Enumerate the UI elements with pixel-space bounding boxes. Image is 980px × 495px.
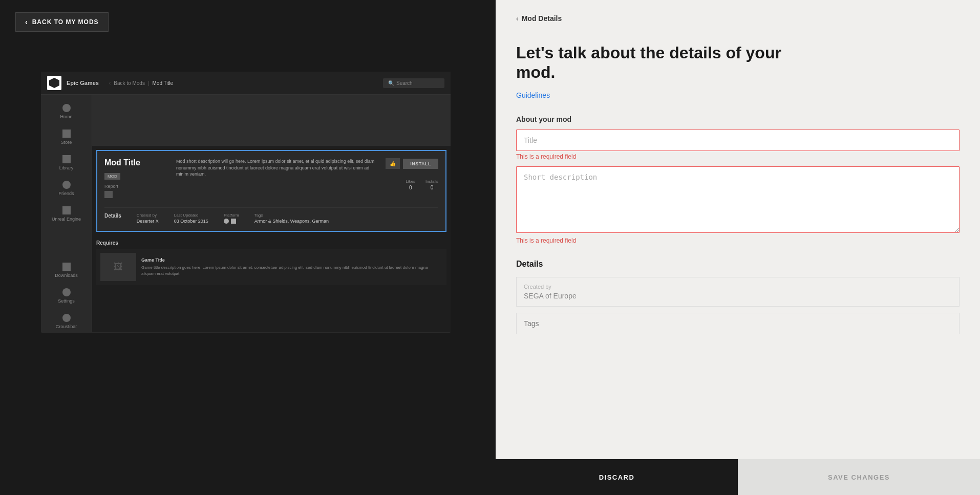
main-heading-line1: Let's talk about the details of your [516,44,781,62]
created-by-field-value: SEGA of Europe [524,292,952,300]
header-title: Mod Details [522,14,562,23]
guidelines-link[interactable]: Guidelines [516,91,550,99]
mod-stats: Likes 0 Installs 0 [406,179,438,190]
back-to-mods-button[interactable]: ‹ BACK TO MY MODS [15,12,109,32]
mod-details-label: Details [104,213,121,224]
requires-game-desc: Game title description goes here. Lorem … [141,265,442,276]
unreal-icon [62,206,71,214]
sidebar-item-downloads[interactable]: Downloads [41,257,92,283]
requires-thumbnail: 🖼 [100,253,136,281]
mod-actions: 👍 INSTALL [386,158,438,169]
short-desc-error-message: This is a required field [516,237,960,244]
about-section-label: About your mod [516,115,960,123]
downloads-icon [62,263,71,271]
title-input[interactable] [516,130,960,151]
breadcrumb-back: Back to Mods [114,80,145,86]
sidebar-item-home[interactable]: Home [41,99,92,124]
mod-description: Mod short description will go here. Lore… [176,158,380,178]
browser-main-content: Mod Title MOD Mod short description will… [92,95,451,332]
details-section-label: Details [516,260,960,269]
likes-stat: Likes 0 [406,179,415,190]
settings-icon [62,288,71,296]
breadcrumb-sep1: ‹ [109,80,111,86]
like-button[interactable]: 👍 [386,158,400,169]
search-placeholder: Search [396,80,413,86]
browser-nav: Epic Games ‹ Back to Mods | Mod Title 🔍 … [41,72,451,95]
browser-mockup: Epic Games ‹ Back to Mods | Mod Title 🔍 … [41,72,451,333]
header-chevron-icon: ‹ [516,14,519,23]
sidebar-downloads-label: Downloads [55,273,78,278]
save-changes-button[interactable]: SAVE CHANGES [738,459,980,495]
sidebar-item-library[interactable]: Library [41,150,92,176]
bottom-bar: DISCARD SAVE CHANGES [496,459,980,495]
last-updated-val: 03 October 2015 [174,219,208,224]
requires-section: Requires 🖼 Game Title Game title descrip… [92,236,451,289]
install-button[interactable]: INSTALL [403,159,438,169]
platform-icons [224,219,239,224]
windows-icon [231,219,236,224]
last-updated-key: Last Updated [174,213,208,218]
home-icon [62,104,71,112]
image-placeholder-icon: 🖼 [114,262,123,272]
left-panel: ‹ BACK TO MY MODS Epic Games ‹ Back to M… [0,0,496,495]
mod-title-section: Mod Title MOD [104,158,171,180]
friends-icon [62,181,71,189]
sidebar-friends-label: Friends [58,191,74,196]
right-content: Let's talk about the details of your mod… [496,23,980,495]
mac-icon [224,219,229,224]
sidebar-unreal-label: Unreal Engine [52,217,81,222]
requires-info: Game Title Game title description goes h… [141,257,442,276]
platform-key: Platform [224,213,239,218]
back-button-label: BACK TO MY MODS [32,18,99,26]
library-icon [62,155,71,163]
created-by-val: Deserter X [137,219,159,224]
platform-group: Platform [224,213,239,224]
mod-card-top: Mod Title MOD Mod short description will… [104,158,438,180]
mod-details-section: Details Created by Deserter X Last Updat… [104,207,438,224]
sidebar-item-settings[interactable]: Settings [41,283,92,309]
sidebar-settings-label: Settings [58,298,75,304]
discard-button[interactable]: DISCARD [496,459,738,495]
created-by-field-label: Created by [524,284,952,290]
browser-brand-label: Epic Games [67,80,99,86]
title-error-message: This is a required field [516,153,960,160]
mod-card: Mod Title MOD Mod short description will… [96,150,446,232]
tags-val: Armor & Shields, Weapons, German [254,219,329,224]
created-by-group: Created by Deserter X [137,213,159,224]
sidebar-item-friends[interactable]: Friends [41,176,92,201]
profile-icon [62,314,71,322]
sidebar-store-label: Store [61,140,72,145]
report-label: Report [104,184,438,189]
right-panel: ‹ Mod Details Let's talk about the detai… [496,0,980,495]
short-description-input[interactable] [516,166,960,233]
right-header: ‹ Mod Details [496,0,980,23]
browser-hero-image [92,95,451,146]
last-updated-group: Last Updated 03 October 2015 [174,213,208,224]
tags-group: Tags Armor & Shields, Weapons, German [254,213,329,224]
search-icon: 🔍 [388,80,394,86]
created-by-key: Created by [137,213,159,218]
sidebar-item-store[interactable]: Store [41,124,92,150]
sidebar-item-profile[interactable]: Croustibar [41,309,92,333]
installs-value: 0 [425,185,438,190]
epic-logo-icon [49,78,59,88]
sidebar-library-label: Library [59,165,74,170]
sidebar-profile-label: Croustibar [56,324,77,329]
main-heading: Let's talk about the details of your mod… [516,43,960,82]
report-icon [104,191,113,198]
tags-input[interactable] [516,313,960,334]
mod-tag: MOD [104,173,120,180]
requires-label: Requires [96,240,446,246]
requires-card: 🖼 Game Title Game title description goes… [96,249,446,285]
store-icon [62,130,71,138]
browser-sidebar: Home Store Library Friends Unreal Engine [41,95,92,332]
mod-report: Report [104,180,438,202]
breadcrumb-sep2: | [148,80,150,86]
installs-stat: Installs 0 [425,179,438,190]
breadcrumb-current: Mod Title [153,80,174,86]
sidebar-item-unreal[interactable]: Unreal Engine [41,201,92,227]
browser-search[interactable]: 🔍 Search [383,78,444,88]
epic-logo [47,76,61,90]
requires-game-title: Game Title [141,257,442,263]
chevron-left-icon: ‹ [25,18,28,26]
